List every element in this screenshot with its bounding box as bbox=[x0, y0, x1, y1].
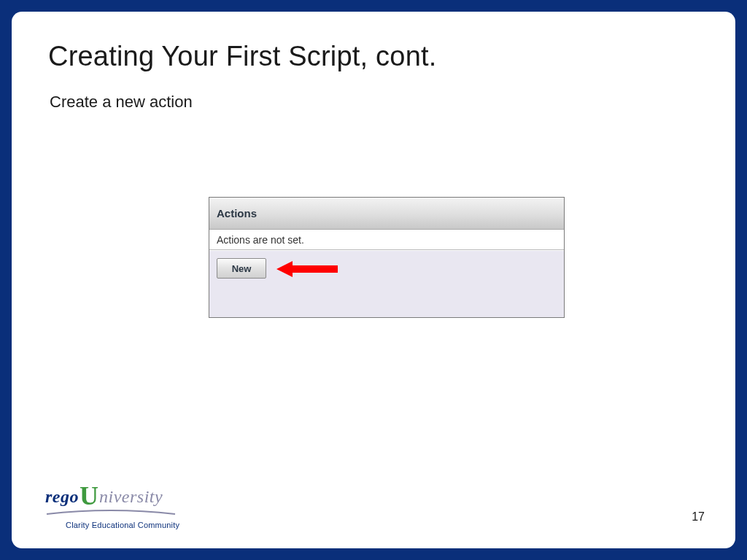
actions-empty-row: Actions are not set. bbox=[209, 230, 564, 250]
actions-panel-body: New bbox=[209, 250, 564, 317]
actions-panel-header-label: Actions bbox=[217, 207, 257, 219]
page-number: 17 bbox=[692, 510, 705, 524]
brand-logo-part2: U bbox=[80, 487, 98, 505]
new-button[interactable]: New bbox=[217, 258, 266, 279]
brand-logo: rego U niversity Clarity Educational Com… bbox=[45, 485, 213, 529]
slide: Creating Your First Script, cont. Create… bbox=[12, 12, 735, 548]
actions-panel: Actions Actions are not set. New bbox=[209, 197, 565, 318]
brand-logo-part1: rego bbox=[45, 487, 79, 507]
svg-marker-0 bbox=[276, 261, 338, 277]
arrow-left-icon bbox=[276, 261, 338, 277]
brand-logo-wordmark: rego U niversity bbox=[45, 485, 213, 507]
brand-logo-part3: niversity bbox=[99, 487, 163, 507]
actions-panel-header: Actions bbox=[209, 198, 564, 230]
actions-empty-message: Actions are not set. bbox=[217, 234, 304, 246]
swoosh-icon bbox=[45, 510, 177, 517]
brand-tagline: Clarity Educational Community bbox=[66, 521, 213, 529]
slide-subtitle: Create a new action bbox=[50, 93, 699, 112]
slide-title: Creating Your First Script, cont. bbox=[48, 41, 699, 72]
slide-frame: Creating Your First Script, cont. Create… bbox=[0, 0, 747, 560]
